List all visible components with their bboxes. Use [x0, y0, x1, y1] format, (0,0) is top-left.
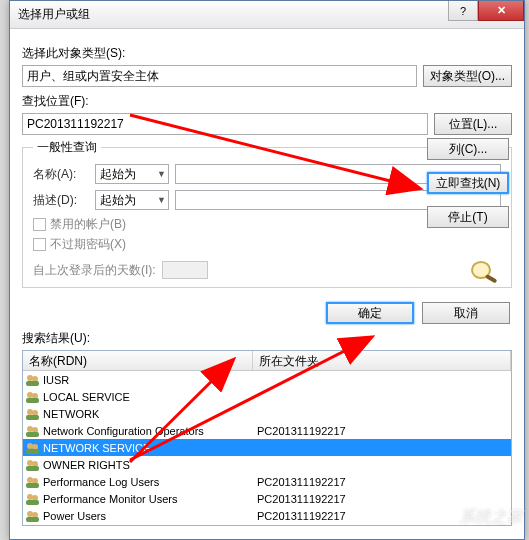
location-label: 查找位置(F):: [22, 93, 512, 110]
svg-rect-23: [26, 500, 39, 505]
svg-point-6: [27, 409, 33, 415]
result-row[interactable]: LOCAL SERVICE: [23, 388, 511, 405]
result-name: NETWORK SERVICE: [43, 442, 257, 454]
help-button[interactable]: ?: [448, 1, 478, 21]
results-header: 名称(RDN) 所在文件夹: [23, 351, 511, 371]
chevron-down-icon: ▼: [157, 169, 166, 179]
svg-point-24: [27, 511, 33, 517]
svg-rect-20: [26, 483, 39, 488]
titlebar[interactable]: 选择用户或组 ? ✕: [10, 1, 524, 29]
disabled-accounts-label: 禁用的帐户(B): [50, 216, 126, 233]
dialog-body: 选择此对象类型(S): 对象类型(O)... 查找位置(F): 位置(L)...…: [10, 29, 524, 536]
right-button-column: 列(C)... 立即查找(N) 停止(T): [427, 138, 509, 228]
window-controls: ? ✕: [448, 1, 524, 21]
svg-rect-8: [26, 415, 39, 420]
desc-match-combo[interactable]: 起始为 ▼: [95, 190, 169, 210]
results-label: 搜索结果(U):: [22, 330, 512, 347]
result-name: Power Users: [43, 510, 257, 522]
result-name: Performance Log Users: [43, 476, 257, 488]
object-type-label: 选择此对象类型(S):: [22, 45, 512, 62]
user-group-icon: [25, 441, 41, 455]
days-since-label: 自上次登录后的天数(I):: [33, 262, 156, 279]
result-row[interactable]: OWNER RIGHTS: [23, 456, 511, 473]
result-name: OWNER RIGHTS: [43, 459, 257, 471]
location-field[interactable]: [22, 113, 428, 135]
chevron-down-icon: ▼: [157, 195, 166, 205]
result-location: PC201311192217: [257, 510, 346, 522]
columns-button[interactable]: 列(C)...: [427, 138, 509, 160]
no-expire-checkbox[interactable]: [33, 238, 46, 251]
result-location: PC201311192217: [257, 493, 346, 505]
dialog-window: 选择用户或组 ? ✕ 选择此对象类型(S): 对象类型(O)... 查找位置(F…: [9, 0, 525, 540]
user-group-icon: [25, 475, 41, 489]
result-row[interactable]: Performance Monitor UsersPC201311192217: [23, 490, 511, 507]
result-name: IUSR: [43, 374, 257, 386]
watermark: 系统之家: [459, 507, 523, 528]
user-group-icon: [25, 373, 41, 387]
result-row[interactable]: IUSR: [23, 371, 511, 388]
user-group-icon: [25, 509, 41, 523]
find-now-button[interactable]: 立即查找(N): [427, 172, 509, 194]
svg-rect-28: [485, 274, 497, 283]
result-name: Network Configuration Operators: [43, 425, 257, 437]
col-folder-header[interactable]: 所在文件夹: [253, 351, 511, 370]
result-row[interactable]: Power UsersPC201311192217: [23, 507, 511, 524]
svg-rect-17: [26, 466, 39, 471]
close-button[interactable]: ✕: [478, 1, 524, 21]
result-name: LOCAL SERVICE: [43, 391, 257, 403]
user-group-icon: [25, 458, 41, 472]
result-location: PC201311192217: [257, 425, 346, 437]
svg-rect-26: [26, 517, 39, 522]
svg-point-9: [27, 426, 33, 432]
days-spinner[interactable]: [162, 261, 208, 279]
svg-rect-5: [26, 398, 39, 403]
svg-point-12: [27, 443, 33, 449]
svg-rect-14: [26, 449, 39, 454]
stop-button[interactable]: 停止(T): [427, 206, 509, 228]
svg-rect-11: [26, 432, 39, 437]
ok-button[interactable]: 确定: [326, 302, 414, 324]
col-name-header[interactable]: 名称(RDN): [23, 351, 253, 370]
results-body[interactable]: IUSRLOCAL SERVICENETWORKNetwork Configur…: [23, 371, 511, 526]
user-group-icon: [25, 390, 41, 404]
user-group-icon: [25, 492, 41, 506]
disabled-accounts-checkbox[interactable]: [33, 218, 46, 231]
combo-text: 起始为: [100, 192, 136, 209]
cancel-button[interactable]: 取消: [422, 302, 510, 324]
svg-point-3: [27, 392, 33, 398]
svg-rect-2: [26, 381, 39, 386]
title-text: 选择用户或组: [18, 6, 90, 23]
no-expire-label: 不过期密码(X): [50, 236, 126, 253]
svg-point-21: [27, 494, 33, 500]
user-group-icon: [25, 407, 41, 421]
name-match-combo[interactable]: 起始为 ▼: [95, 164, 169, 184]
svg-point-0: [27, 375, 33, 381]
result-location: PC201311192217: [257, 476, 346, 488]
groupbox-title: 一般性查询: [33, 139, 101, 156]
object-type-field[interactable]: [22, 65, 417, 87]
search-icon: [467, 258, 503, 287]
locations-button[interactable]: 位置(L)...: [434, 113, 512, 135]
result-row[interactable]: NETWORK: [23, 405, 511, 422]
result-row[interactable]: Performance Log UsersPC201311192217: [23, 473, 511, 490]
desc-label: 描述(D):: [33, 192, 89, 209]
result-row[interactable]: Network Configuration OperatorsPC2013111…: [23, 422, 511, 439]
object-types-button[interactable]: 对象类型(O)...: [423, 65, 512, 87]
result-name: Performance Monitor Users: [43, 493, 257, 505]
svg-point-18: [27, 477, 33, 483]
result-row[interactable]: NETWORK SERVICE: [23, 439, 511, 456]
results-list: 名称(RDN) 所在文件夹 IUSRLOCAL SERVICENETWORKNe…: [22, 350, 512, 526]
result-name: NETWORK: [43, 408, 257, 420]
name-label: 名称(A):: [33, 166, 89, 183]
svg-point-15: [27, 460, 33, 466]
combo-text: 起始为: [100, 166, 136, 183]
user-group-icon: [25, 424, 41, 438]
